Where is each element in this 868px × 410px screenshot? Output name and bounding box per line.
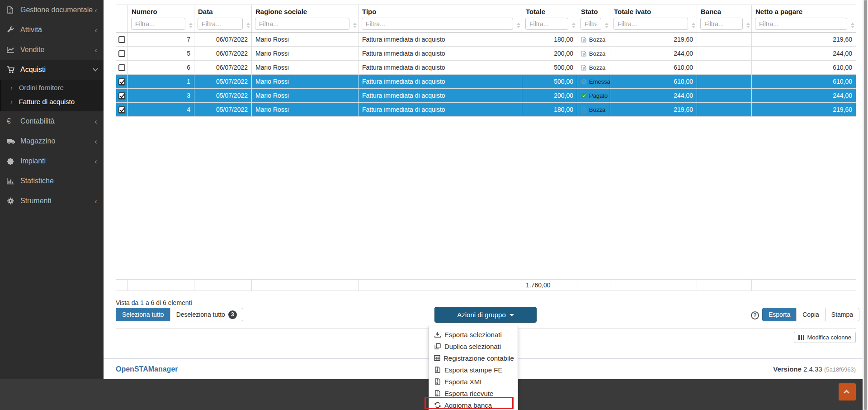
export-button[interactable]: Esporta [762, 308, 797, 321]
column-header-data[interactable]: Data [194, 5, 252, 32]
table-row[interactable]: 405/07/2022Mario RossiFattura immediata … [116, 103, 856, 117]
cell-tipo: Fattura immediata di acquisto [359, 75, 522, 88]
sidebar-subitem-ordini-fornitore[interactable]: ›Ordini fornitore [1, 81, 104, 95]
column-header-netto_a_pagare[interactable]: Netto a pagare [752, 5, 856, 32]
column-header-stato[interactable]: Stato [577, 5, 610, 32]
scroll-to-top-button[interactable] [839, 383, 856, 400]
chevron-up-icon [844, 390, 849, 396]
table-body: 706/07/2022Mario RossiFattura immediata … [116, 33, 856, 117]
menu-item-esporta-ricevute[interactable]: Esporta ricevute [429, 387, 518, 399]
cell-netto_a_pagare: 610,00 [752, 61, 856, 74]
menu-item-esporta-selezionati[interactable]: Esporta selezionati [429, 329, 518, 340]
row-checkbox[interactable] [118, 36, 125, 43]
sidebar-item-strumenti[interactable]: Strumenti‹ [0, 191, 104, 211]
column-header-numero[interactable]: Numero [128, 5, 194, 32]
menu-item-esporta-stampe-fe[interactable]: Esporta stampe FE [429, 364, 518, 376]
sidebar-item-gestione-documentale[interactable]: Gestione documentale‹ [0, 0, 104, 20]
table-row[interactable]: 606/07/2022Mario RossiFattura immediata … [116, 61, 856, 75]
column-header-tipo[interactable]: Tipo [359, 5, 522, 32]
sidebar-item-vendite[interactable]: Vendite‹ [0, 40, 104, 60]
row-checkbox[interactable] [118, 64, 125, 71]
filter-input-stato[interactable] [580, 18, 601, 30]
cell-tipo: Fattura immediata di acquisto [359, 103, 522, 116]
menu-item-label: Duplica selezionati [444, 343, 501, 350]
menu-item-label: Esporta stampe FE [444, 366, 502, 374]
main-content: NumeroDataRagione socialeTipoTotaleStato… [104, 0, 868, 379]
sidebar-item-label: Contabilità [20, 117, 55, 125]
sort-carets-icon[interactable] [517, 23, 520, 28]
print-button[interactable]: Stampa [825, 308, 859, 321]
sidebar-item-contabilita[interactable]: €Contabilità‹ [0, 111, 104, 131]
table-row[interactable]: 105/07/2022Mario RossiFattura immediata … [116, 75, 856, 89]
row-checkbox-checked[interactable] [118, 92, 125, 99]
row-checkbox-checked[interactable] [118, 78, 125, 85]
filter-input-data[interactable] [198, 18, 243, 30]
select-all-button[interactable]: Seleziona tutto [116, 308, 170, 321]
chevron-left-icon: ‹ [94, 46, 97, 54]
filter-input-ragione_sociale[interactable] [255, 18, 349, 30]
status-badge: Bozza [581, 64, 605, 71]
filter-input-numero[interactable] [131, 18, 185, 30]
cell-totale: 500,00 [522, 75, 577, 88]
issued-icon [581, 79, 587, 84]
sort-carets-icon[interactable] [246, 23, 250, 28]
chevron-down-icon [93, 66, 98, 71]
column-label: Ragione sociale [252, 7, 358, 17]
row-checkbox-cell [116, 61, 128, 74]
status-label: Bozza [589, 64, 605, 71]
status-badge: Bozza [581, 36, 605, 43]
sidebar-item-statistiche[interactable]: Statistiche [0, 171, 104, 191]
menu-item-label: Esporta XML [444, 378, 484, 386]
sidebar-item-impianti[interactable]: Impianti‹ [0, 151, 104, 171]
sort-carets-icon[interactable] [353, 23, 357, 28]
sort-carets-icon[interactable] [851, 23, 854, 28]
column-header-ragione_sociale[interactable]: Ragione sociale [252, 5, 359, 32]
column-label: Numero [128, 7, 194, 17]
status-label: Bozza [589, 36, 605, 43]
table-row[interactable]: 305/07/2022Mario RossiFattura immediata … [116, 89, 856, 103]
sidebar-subitem-label: Fatture di acquisto [19, 98, 75, 105]
menu-item-esporta-xml[interactable]: Esporta XML [429, 376, 518, 387]
column-header-totale_ivato[interactable]: Totale ivato [610, 5, 697, 32]
table-row[interactable]: 506/07/2022Mario RossiFattura immediata … [116, 47, 856, 61]
column-header-banca[interactable]: Banca [697, 5, 752, 32]
row-checkbox[interactable] [118, 50, 125, 57]
sidebar-item-magazzino[interactable]: Magazzino‹ [0, 131, 104, 151]
sort-carets-icon[interactable] [692, 23, 695, 28]
menu-item-registrazione-contabile[interactable]: Registrazione contabile [429, 352, 518, 364]
cell-tipo: Fattura immediata di acquisto [359, 47, 522, 60]
bar-chart-icon [7, 177, 20, 185]
sort-carets-icon[interactable] [746, 23, 750, 28]
group-actions-button[interactable]: Azioni di gruppo [434, 307, 537, 323]
filter-input-totale[interactable] [525, 18, 568, 30]
scrollbar-thumb[interactable] [864, 0, 867, 410]
edit-columns-button[interactable]: Modifica colonne [794, 332, 856, 343]
sidebar-item-attivita[interactable]: Attività‹ [0, 20, 104, 40]
sort-carets-icon[interactable] [189, 23, 193, 28]
row-checkbox-checked[interactable] [118, 106, 125, 113]
cell-numero: 4 [128, 103, 194, 116]
sidebar-section-strumenti: Strumenti‹ [0, 191, 104, 211]
filter-input-totale_ivato[interactable] [613, 18, 688, 30]
sidebar-subitem-fatture-di-acquisto[interactable]: ›Fatture di acquisto [1, 95, 104, 109]
deselect-all-button[interactable]: Deseleziona tutto 3 [170, 308, 243, 321]
help-icon[interactable]: ? [751, 311, 759, 319]
sort-carets-icon[interactable] [572, 23, 576, 28]
status-label: Bozza [589, 50, 605, 57]
column-header-totale[interactable]: Totale [522, 5, 577, 32]
filter-input-netto_a_pagare[interactable] [755, 18, 847, 30]
menu-item-aggiorna-banca[interactable]: Aggiorna banca [429, 399, 518, 410]
sidebar-item-acquisti[interactable]: Acquisti [0, 60, 104, 80]
filter-input-tipo[interactable] [362, 18, 513, 30]
filter-input-banca[interactable] [700, 18, 743, 30]
menu-item-duplica-selezionati[interactable]: Duplica selezionati [429, 340, 518, 352]
table-row[interactable]: 706/07/2022Mario RossiFattura immediata … [116, 33, 856, 47]
sidebar-item-label: Strumenti [20, 197, 51, 205]
brand-link[interactable]: OpenSTAManager [116, 365, 178, 373]
cell-ragione_sociale: Mario Rossi [252, 103, 359, 116]
sort-carets-icon[interactable] [605, 23, 609, 28]
column-label: Data [194, 7, 251, 17]
cell-numero: 1 [128, 75, 194, 88]
cell-numero: 6 [128, 61, 194, 74]
copy-button[interactable]: Copia [796, 308, 826, 321]
